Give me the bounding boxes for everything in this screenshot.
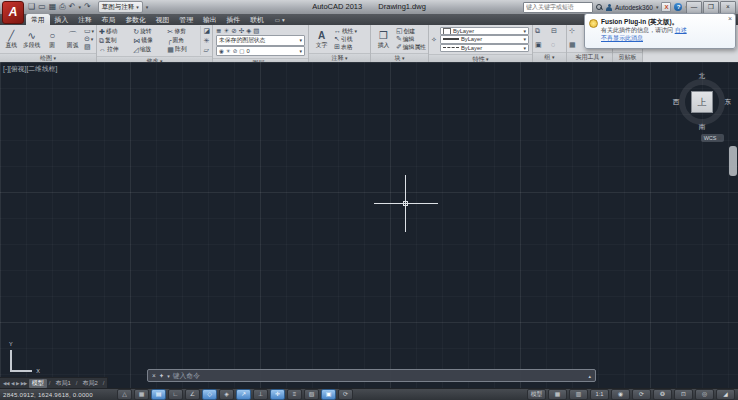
mirror-button[interactable]: ⋈镜像 <box>133 36 164 45</box>
join-icon[interactable]: ▱ <box>203 46 210 54</box>
wcs-menu[interactable]: WCS ▾ <box>701 134 724 142</box>
panel-title-groups[interactable]: 组 ▾ <box>533 52 566 62</box>
object-color-dropdown[interactable]: ByLayer ▾ <box>440 27 529 35</box>
navigation-bar-thumb[interactable] <box>729 146 737 176</box>
tab-online[interactable]: 联机 <box>245 14 269 25</box>
layer-isolate-icon[interactable]: ⊘ <box>231 27 236 35</box>
signin-caret-icon[interactable]: ▾ <box>656 4 659 10</box>
toggle-polar-tracking[interactable]: ∠ <box>185 389 200 400</box>
array-button[interactable]: ▦阵列 <box>167 45 198 54</box>
ungroup-icon[interactable]: ⊟ <box>551 27 564 36</box>
layer-lock-icon[interactable]: ◈ <box>246 27 251 35</box>
linetype-dropdown[interactable]: ByLayer ▾ <box>440 44 529 52</box>
workspace-switching-button[interactable]: ❂ <box>653 389 672 400</box>
quick-view-drawings-button[interactable]: ▥ <box>569 389 588 400</box>
search-input[interactable] <box>523 2 593 13</box>
fillet-button[interactable]: ╭圆角 <box>167 36 198 45</box>
ribbon-minimize-icon[interactable]: ▭ <box>275 17 280 23</box>
tab-layout[interactable]: 布局 <box>97 14 121 25</box>
undo-icon[interactable]: ↶ <box>69 1 76 13</box>
command-customize-icon[interactable]: ✦ <box>159 370 164 381</box>
arc-button[interactable]: ⌒ 圆弧 <box>63 26 81 52</box>
annotation-scale-button[interactable]: 1:1 <box>590 389 609 400</box>
tab-home[interactable]: 常用 <box>26 14 50 25</box>
table-button[interactable]: ⊞ 表格 <box>334 43 357 51</box>
toggle-object-snap[interactable]: ◇ <box>202 389 217 400</box>
command-prompt[interactable]: 键入命令 <box>173 371 200 381</box>
explode-icon[interactable]: ✳ <box>203 37 210 45</box>
application-menu-button[interactable]: A <box>2 1 24 24</box>
viewcube-west-label[interactable]: 西 <box>673 98 680 107</box>
layer-dropdown[interactable]: ◉ ☀ ⊘ ▢ 0 ▾ <box>216 46 305 57</box>
tab-insert[interactable]: 插入 <box>50 14 74 25</box>
tab-parametric[interactable]: 参数化 <box>120 14 150 25</box>
annotation-visibility-button[interactable]: ◉ <box>611 389 630 400</box>
line-button[interactable]: ╱ 直线 <box>2 26 20 52</box>
toggle-infer-constraints[interactable]: △ <box>117 389 132 400</box>
redo-icon[interactable]: ↷ <box>84 1 91 13</box>
erase-icon[interactable]: ◪ <box>203 27 210 35</box>
workspace-dropdown[interactable]: 草图与注释 ▾ <box>98 1 143 13</box>
tab-model[interactable]: 模型 <box>29 379 47 388</box>
clean-screen-button[interactable]: ◢ <box>716 389 735 400</box>
new-file-icon[interactable]: ❏ <box>28 1 35 13</box>
edit-block-button[interactable]: ✎ 编辑 <box>396 35 426 43</box>
plot-icon[interactable]: ⎙ <box>59 1 65 13</box>
viewcube-south-label[interactable]: 南 <box>699 123 706 132</box>
layer-state-dropdown[interactable]: 未保存的图层状态 ▾ <box>216 35 305 46</box>
group-icon[interactable]: ⧉ <box>535 27 548 36</box>
help-icon[interactable]: ? <box>674 3 682 11</box>
toggle-selection-cycling[interactable]: ⟳ <box>338 389 353 400</box>
first-tab-icon[interactable]: ◀◀ <box>3 381 9 386</box>
model-space-button[interactable]: 模型 <box>527 389 546 400</box>
prev-tab-icon[interactable]: ◀ <box>11 381 14 386</box>
annotation-autoscale-button[interactable]: ⟳ <box>632 389 651 400</box>
tab-view[interactable]: 视图 <box>151 14 175 25</box>
insert-block-button[interactable]: ❒ 插入 <box>373 26 394 52</box>
create-block-button[interactable]: ◱ 创建 <box>396 27 426 35</box>
move-button[interactable]: ✚移动 <box>99 27 130 36</box>
toggle-transparency[interactable]: ▧ <box>304 389 319 400</box>
last-tab-icon[interactable]: ▶▶ <box>21 381 27 386</box>
exchange-apps-icon[interactable]: X <box>661 2 671 12</box>
signin-label[interactable]: Autodesk360 <box>615 4 653 11</box>
linear-dimension-button[interactable]: ↔ 线性 ▾ <box>334 27 357 35</box>
isolate-objects-button[interactable]: ◎ <box>695 389 714 400</box>
command-expand-icon[interactable]: ▴ <box>588 373 591 379</box>
toggle-grid-display[interactable]: ▤ <box>151 389 166 400</box>
viewcube-east-label[interactable]: 东 <box>725 98 732 107</box>
save-icon[interactable]: ▦ <box>49 1 57 13</box>
panel-title-annotation[interactable]: 注释 ▾ <box>309 53 370 62</box>
ellipse-button[interactable]: ⊝ ▾ <box>84 35 94 43</box>
viewcube[interactable]: 北 南 西 东 上 <box>672 72 732 132</box>
lineweight-dropdown[interactable]: ByLayer ▾ <box>440 35 529 43</box>
tab-layout2[interactable]: 布局2 <box>79 379 100 388</box>
toolbar-lock-button[interactable]: ⊡ <box>674 389 693 400</box>
balloon-close-icon[interactable]: × <box>728 15 732 22</box>
toggle-snap-mode[interactable]: ▦ <box>134 389 149 400</box>
toggle-lineweight[interactable]: ≡ <box>287 389 302 400</box>
group-select-icon[interactable]: ◌ <box>551 41 564 50</box>
tab-layout1[interactable]: 布局1 <box>52 379 73 388</box>
leader-button[interactable]: ↖ 引线 <box>334 35 357 43</box>
ribbon-minimize-caret-icon[interactable]: ▾ <box>282 17 285 23</box>
hatch-button[interactable]: ▨ <box>84 43 94 51</box>
polyline-button[interactable]: ∿ 多段线 <box>22 26 40 52</box>
layer-freeze-icon[interactable]: ✣ <box>239 27 244 35</box>
toggle-3d-object-snap[interactable]: ◈ <box>219 389 234 400</box>
tab-plugins[interactable]: 插件 <box>222 14 246 25</box>
circle-button[interactable]: ○ 圆 <box>43 26 61 52</box>
readme-link[interactable]: 自述 <box>675 27 687 33</box>
toggle-dynamic-input[interactable]: ✛ <box>270 389 285 400</box>
trim-button[interactable]: ✂修剪 <box>167 27 198 36</box>
toggle-ortho-mode[interactable]: ∟ <box>168 389 183 400</box>
search-icon[interactable] <box>596 4 603 11</box>
toggle-quick-properties[interactable]: ▣ <box>321 389 336 400</box>
quick-view-layouts-button[interactable]: ▦ <box>548 389 567 400</box>
dismiss-link[interactable]: 不再显示此消息 <box>601 34 730 43</box>
layer-off-icon[interactable]: ☀ <box>223 27 229 35</box>
edit-attributes-button[interactable]: ✐ 编辑属性 <box>396 43 426 51</box>
panel-title-block[interactable]: 块 ▾ <box>371 53 428 62</box>
viewcube-top-face[interactable]: 上 <box>691 91 713 113</box>
command-recent-caret-icon[interactable]: ▾ <box>167 373 170 379</box>
